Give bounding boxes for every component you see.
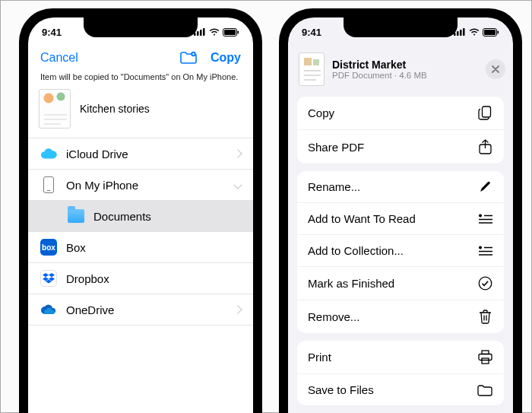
chevron-right-icon	[233, 149, 242, 157]
folder-icon	[68, 208, 84, 224]
location-row-documents[interactable]: Documents	[28, 201, 253, 232]
close-button[interactable]	[486, 59, 505, 79]
menu-item-label: Remove...	[308, 310, 359, 323]
menu-container: CopyShare PDFRename...Add to Want To Rea…	[288, 97, 513, 405]
location-label: Box	[66, 241, 86, 254]
menu-group: Rename...Add to Want To ReadAdd to Colle…	[297, 171, 504, 333]
notch	[84, 17, 198, 37]
svg-rect-3	[203, 28, 205, 36]
svg-rect-2	[200, 30, 202, 36]
svg-point-17	[479, 214, 482, 217]
svg-rect-28	[482, 358, 489, 364]
svg-rect-1	[197, 31, 199, 36]
location-row-dropbox[interactable]: Dropbox	[28, 263, 253, 294]
location-row-box[interactable]: box Box	[28, 232, 253, 263]
copy-icon	[477, 106, 493, 120]
document-subtitle: PDF Document · 4.6 MB	[332, 71, 478, 80]
new-folder-button[interactable]	[180, 51, 197, 65]
location-row-onmyiphone[interactable]: On My iPhone	[28, 170, 253, 201]
svg-rect-10	[460, 30, 462, 36]
location-list: iCloud Drive On My iPhone Documents	[28, 138, 253, 326]
chevron-right-icon	[233, 305, 242, 313]
phone-frame-left: 9:41 Cancel Copy Item will be copied to …	[19, 8, 262, 413]
menu-item-save[interactable]: Save to Files	[297, 374, 504, 405]
battery-icon	[223, 28, 239, 37]
menu-item-want[interactable]: Add to Want To Read	[297, 203, 504, 235]
dropbox-icon	[40, 270, 57, 287]
wifi-icon	[469, 28, 480, 36]
svg-rect-11	[463, 28, 465, 36]
svg-rect-13	[484, 30, 496, 35]
list-icon	[477, 214, 493, 224]
menu-item-remove[interactable]: Remove...	[297, 300, 504, 333]
box-icon: box	[40, 239, 57, 256]
location-label: On My iPhone	[66, 179, 138, 192]
close-icon	[492, 65, 499, 73]
svg-rect-26	[482, 351, 489, 354]
svg-point-21	[479, 246, 482, 249]
print-icon	[477, 350, 493, 364]
menu-item-copy[interactable]: Copy	[297, 97, 504, 130]
list-icon	[477, 246, 493, 256]
status-icons	[194, 28, 239, 37]
wifi-icon	[209, 28, 220, 36]
battery-icon	[483, 28, 499, 37]
document-title: District Market	[332, 59, 478, 71]
phone-frame-right: 9:41 District Market PDF Document · 4.6 …	[279, 8, 522, 413]
menu-item-label: Print	[308, 351, 331, 364]
iphone-icon	[40, 176, 57, 193]
folder-icon	[477, 384, 493, 396]
stage: 9:41 Cancel Copy Item will be copied to …	[0, 0, 532, 413]
menu-item-print[interactable]: Print	[297, 341, 504, 374]
status-icons	[454, 28, 499, 37]
menu-item-label: Add to Collection...	[308, 244, 404, 257]
sheet-header: District Market PDF Document · 4.6 MB	[288, 46, 513, 94]
save-header: Cancel Copy	[28, 46, 253, 71]
svg-rect-15	[482, 106, 490, 117]
menu-item-label: Share PDF	[308, 141, 364, 154]
notch	[344, 17, 458, 37]
file-thumbnail	[39, 89, 71, 129]
menu-group: CopyShare PDF	[297, 97, 504, 164]
document-thumbnail	[299, 52, 325, 86]
document-info: District Market PDF Document · 4.6 MB	[332, 59, 478, 80]
svg-rect-14	[498, 30, 499, 33]
copy-button[interactable]: Copy	[211, 51, 241, 65]
menu-item-label: Rename...	[308, 180, 360, 193]
trash-icon	[477, 310, 493, 324]
check-icon	[477, 276, 493, 291]
location-row-onedrive[interactable]: OneDrive	[28, 294, 253, 326]
location-row-icloud[interactable]: iCloud Drive	[28, 138, 253, 170]
menu-item-share[interactable]: Share PDF	[297, 130, 504, 164]
cancel-button[interactable]: Cancel	[40, 51, 78, 65]
pencil-icon	[477, 180, 493, 193]
destination-hint: Item will be copied to "Documents" on On…	[28, 71, 253, 89]
menu-item-rename[interactable]: Rename...	[297, 171, 504, 203]
menu-item-finished[interactable]: Mark as Finished	[297, 267, 504, 300]
menu-item-label: Copy	[308, 106, 334, 119]
onedrive-icon	[40, 301, 57, 318]
file-name: Kitchen stories	[80, 103, 150, 115]
status-time: 9:41	[42, 27, 62, 38]
location-label: OneDrive	[66, 303, 114, 316]
share-icon	[477, 139, 493, 154]
location-label: iCloud Drive	[66, 148, 128, 160]
menu-item-label: Save to Files	[308, 383, 374, 396]
screen-right: 9:41 District Market PDF Document · 4.6 …	[288, 17, 513, 413]
menu-item-collection[interactable]: Add to Collection...	[297, 235, 504, 267]
svg-rect-9	[457, 31, 459, 36]
screen-left: 9:41 Cancel Copy Item will be copied to …	[28, 17, 253, 413]
menu-item-label: Add to Want To Read	[308, 212, 416, 225]
status-time: 9:41	[302, 27, 321, 38]
svg-rect-5	[224, 30, 236, 35]
menu-item-label: Mark as Finished	[308, 277, 394, 290]
file-card: Kitchen stories	[39, 89, 242, 129]
icloud-icon	[40, 145, 57, 162]
chevron-down-icon	[233, 180, 242, 189]
location-label: Dropbox	[66, 272, 109, 285]
svg-rect-6	[238, 30, 239, 33]
menu-group: PrintSave to Files	[297, 341, 504, 405]
location-label: Documents	[93, 210, 151, 223]
svg-point-25	[479, 277, 492, 290]
svg-rect-27	[479, 354, 492, 361]
